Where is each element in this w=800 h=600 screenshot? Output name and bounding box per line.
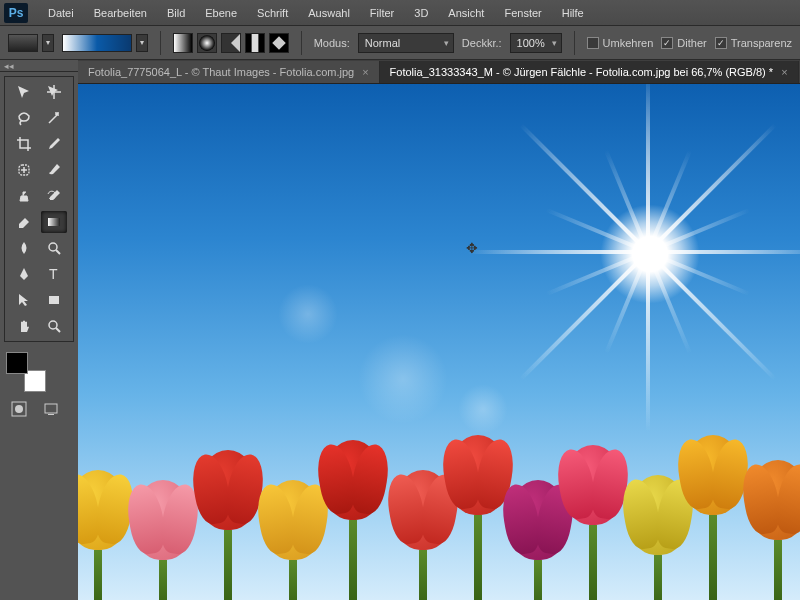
reverse-label: Umkehren xyxy=(603,37,654,49)
zoom-tool[interactable] xyxy=(41,315,67,337)
menu-ansicht[interactable]: Ansicht xyxy=(438,3,494,23)
tab-bar: Fotolia_7775064_L - © Thaut Images - Fot… xyxy=(78,60,800,84)
svg-rect-15 xyxy=(45,404,57,413)
foreground-color[interactable] xyxy=(6,352,28,374)
move-tool[interactable] xyxy=(11,81,37,103)
tulip xyxy=(133,480,193,600)
diamond-gradient-icon[interactable] xyxy=(269,33,289,53)
options-bar: ▾ ▾ Modus: Normal Deckkr.: 100% Umkehren… xyxy=(0,26,800,60)
tulip xyxy=(748,460,800,600)
document-area: Fotolia_7775064_L - © Thaut Images - Fot… xyxy=(78,60,800,600)
menu-filter[interactable]: Filter xyxy=(360,3,404,23)
swatch-dropdown-icon[interactable]: ▾ xyxy=(42,34,54,52)
linear-gradient-icon[interactable] xyxy=(173,33,193,53)
toolbox: T xyxy=(4,76,74,342)
eyedropper-tool[interactable] xyxy=(41,133,67,155)
menu-auswahl[interactable]: Auswahl xyxy=(298,3,360,23)
dodge-tool[interactable] xyxy=(41,237,67,259)
svg-point-12 xyxy=(49,321,57,329)
rectangle-tool[interactable] xyxy=(41,289,67,311)
quick-mask-icon[interactable] xyxy=(6,398,32,420)
tulip xyxy=(448,435,508,600)
menu-datei[interactable]: Datei xyxy=(38,3,84,23)
mode-label: Modus: xyxy=(314,37,350,49)
menu-3d[interactable]: 3D xyxy=(404,3,438,23)
mode-select[interactable]: Normal xyxy=(358,33,454,53)
divider xyxy=(301,31,302,55)
tulip xyxy=(198,450,258,600)
svg-rect-11 xyxy=(49,296,59,304)
lasso-tool[interactable] xyxy=(11,107,37,129)
svg-rect-8 xyxy=(48,218,60,226)
menu-fenster[interactable]: Fenster xyxy=(494,3,551,23)
dither-label: Dither xyxy=(677,37,706,49)
eraser-tool[interactable] xyxy=(11,211,37,233)
blur-tool[interactable] xyxy=(11,237,37,259)
lens-flare xyxy=(358,334,448,424)
gradient-preview[interactable] xyxy=(62,34,132,52)
gradient-type-group xyxy=(173,33,289,53)
healing-brush-tool[interactable] xyxy=(11,159,37,181)
svg-point-1 xyxy=(199,35,215,51)
color-swatches xyxy=(6,352,46,392)
type-tool[interactable]: T xyxy=(41,263,67,285)
svg-rect-0 xyxy=(174,34,192,52)
clone-stamp-tool[interactable] xyxy=(11,185,37,207)
canvas[interactable]: ✥ xyxy=(78,84,800,600)
dither-checkbox[interactable]: ✓Dither xyxy=(661,37,706,49)
menu-schrift[interactable]: Schrift xyxy=(247,3,298,23)
hand-tool[interactable] xyxy=(11,315,37,337)
artboard-tool[interactable] xyxy=(41,81,67,103)
tulip xyxy=(393,470,453,600)
checkbox-icon: ✓ xyxy=(715,37,727,49)
transparency-checkbox[interactable]: ✓Transparenz xyxy=(715,37,792,49)
svg-point-6 xyxy=(57,112,59,114)
screen-mode-icon[interactable] xyxy=(38,398,64,420)
history-brush-tool[interactable] xyxy=(41,185,67,207)
path-selection-tool[interactable] xyxy=(11,289,37,311)
transparency-label: Transparenz xyxy=(731,37,792,49)
lens-flare xyxy=(278,284,338,344)
close-icon[interactable]: × xyxy=(362,66,368,78)
tulip xyxy=(78,470,128,600)
menu-bearbeiten[interactable]: Bearbeiten xyxy=(84,3,157,23)
brush-tool[interactable] xyxy=(41,159,67,181)
foreground-swatch[interactable] xyxy=(8,34,38,52)
gradient-tool[interactable] xyxy=(41,211,67,233)
divider xyxy=(574,31,575,55)
menu-ebene[interactable]: Ebene xyxy=(195,3,247,23)
tulip xyxy=(508,480,568,600)
angle-gradient-icon[interactable] xyxy=(221,33,241,53)
divider xyxy=(160,31,161,55)
radial-gradient-icon[interactable] xyxy=(197,33,217,53)
menu-bild[interactable]: Bild xyxy=(157,3,195,23)
opacity-select[interactable]: 100% xyxy=(510,33,562,53)
tulips xyxy=(78,420,800,600)
menu-hilfe[interactable]: Hilfe xyxy=(552,3,594,23)
panel-collapse-icon[interactable]: ◂◂ xyxy=(0,60,78,72)
checkbox-icon xyxy=(587,37,599,49)
tulip xyxy=(323,440,383,600)
reflected-gradient-icon[interactable] xyxy=(245,33,265,53)
svg-point-9 xyxy=(49,243,57,251)
document-tab[interactable]: Fotolia_31333343_M - © Jürgen Fälchle - … xyxy=(380,61,799,83)
crop-tool[interactable] xyxy=(11,133,37,155)
pen-tool[interactable] xyxy=(11,263,37,285)
left-column: ◂◂ T xyxy=(0,60,78,600)
svg-point-14 xyxy=(15,405,23,413)
app-logo: Ps xyxy=(4,3,28,23)
checkbox-icon: ✓ xyxy=(661,37,673,49)
gradient-dropdown-icon[interactable]: ▾ xyxy=(136,34,148,52)
tulip xyxy=(563,445,623,600)
opacity-label: Deckkr.: xyxy=(462,37,502,49)
magic-wand-tool[interactable] xyxy=(41,107,67,129)
reverse-checkbox[interactable]: Umkehren xyxy=(587,37,654,49)
svg-rect-4 xyxy=(251,34,258,52)
svg-text:T: T xyxy=(49,266,58,282)
close-icon[interactable]: × xyxy=(781,66,787,78)
tulip xyxy=(628,475,688,600)
tulip xyxy=(263,480,323,600)
sun xyxy=(600,204,700,304)
document-tab[interactable]: Fotolia_7775064_L - © Thaut Images - Fot… xyxy=(78,61,380,83)
tab-title: Fotolia_31333343_M - © Jürgen Fälchle - … xyxy=(390,66,774,78)
